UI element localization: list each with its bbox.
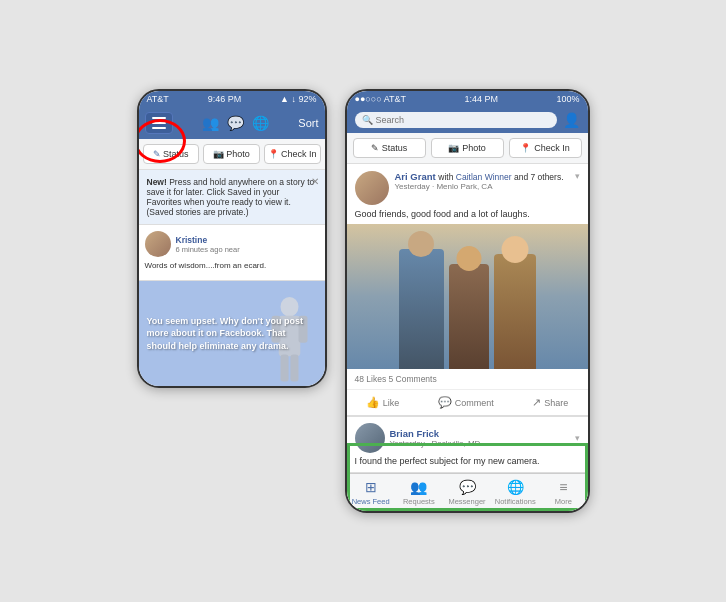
poster-meta-1: 6 minutes ago near — [176, 245, 240, 254]
left-phone: AT&T 9:46 PM ▲ ↓ 92% 👥 💬 🌐 Sort — [137, 89, 327, 388]
tab-news-feed-label: News Feed — [352, 497, 390, 506]
photo-button-right[interactable]: 📷 Photo — [431, 138, 504, 158]
tab-bar: ⊞ News Feed 👥 Requests 💬 Messenger 🌐 Not… — [347, 473, 588, 511]
hamburger-line — [152, 122, 166, 124]
like-button[interactable]: 👍 Like — [358, 394, 408, 411]
nav-bar-left: 👥 💬 🌐 Sort — [139, 107, 325, 139]
action-bar-right: ✎ Status 📷 Photo 📍 Check In — [347, 133, 588, 164]
checkin-icon: 📍 — [268, 149, 279, 159]
photo-label: Photo — [226, 149, 250, 159]
avatar-brian — [355, 423, 385, 453]
battery-label: ▲ ↓ 92% — [280, 94, 316, 104]
carrier-label: AT&T — [147, 94, 169, 104]
like-icon: 👍 — [366, 396, 380, 409]
post2-info: Brian Frick Yesterday · Rockville, MD — [390, 428, 481, 448]
messages-icon[interactable]: 💬 — [227, 115, 244, 131]
status-icon: ✎ — [153, 149, 161, 159]
post-card-right-2: Brian Frick Yesterday · Rockville, MD ▾ … — [347, 417, 588, 473]
meme-image: You seem upset. Why don't you post more … — [139, 281, 325, 386]
person-1 — [399, 249, 444, 369]
person-2 — [449, 264, 489, 369]
checkin-label: Check In — [281, 149, 317, 159]
tab-requests[interactable]: 👥 Requests — [395, 479, 443, 506]
tagged-person[interactable]: Caitlan Winner — [456, 172, 512, 182]
notif-close-button[interactable]: ✕ — [311, 176, 319, 187]
post-actions-row: 👍 Like 💬 Comment ↗ Share — [347, 390, 588, 416]
friend-request-icon[interactable]: 👤 — [563, 112, 580, 128]
search-icon: 🔍 — [362, 115, 373, 125]
menu-button[interactable] — [145, 112, 173, 134]
status-icon-right: ✎ — [371, 143, 379, 153]
status-label-right: Status — [382, 143, 408, 153]
hamburger-icon — [152, 117, 166, 129]
post-card-1: Kristine 6 minutes ago near Words of wis… — [139, 225, 325, 281]
poster-name-right-1[interactable]: Ari Grant with Caitlan Winner and 7 othe… — [395, 171, 569, 182]
notification-card: New! Press and hold anywhere on a story … — [139, 170, 325, 225]
photo-label-right: Photo — [462, 143, 486, 153]
status-button[interactable]: ✎ Status — [143, 144, 200, 164]
status-button-right[interactable]: ✎ Status — [353, 138, 426, 158]
more-icon: ≡ — [559, 479, 567, 495]
time-label: 9:46 PM — [208, 94, 242, 104]
tab-messenger[interactable]: 💬 Messenger — [443, 479, 491, 506]
right-phone: ●●○○○ AT&T 1:44 PM 100% 🔍 👤 ✎ Status 📷 P… — [345, 89, 590, 513]
hamburger-line — [152, 127, 166, 129]
post-card-right-1: Ari Grant with Caitlan Winner and 7 othe… — [347, 164, 588, 417]
comment-icon: 💬 — [438, 396, 452, 409]
status-bar-left: AT&T 9:46 PM ▲ ↓ 92% — [139, 91, 325, 107]
meme-text: You seem upset. Why don't you post more … — [147, 315, 317, 353]
person-head-3 — [501, 236, 528, 263]
photo-icon-right: 📷 — [448, 143, 459, 153]
chevron-down-icon-2[interactable]: ▾ — [575, 433, 580, 443]
poster-name-1[interactable]: Kristine — [176, 235, 240, 245]
photo-icon: 📷 — [213, 149, 224, 159]
avatar-img — [145, 231, 171, 257]
share-button[interactable]: ↗ Share — [524, 394, 576, 411]
nav-icons: 👥 💬 🌐 — [177, 115, 295, 131]
post-stats: 48 Likes 5 Comments — [347, 369, 588, 390]
requests-icon: 👥 — [410, 479, 427, 495]
globe-icon[interactable]: 🌐 — [252, 115, 269, 131]
tab-notifications[interactable]: 🌐 Notifications — [491, 479, 539, 506]
photo-button[interactable]: 📷 Photo — [203, 144, 260, 164]
messenger-icon: 💬 — [459, 479, 476, 495]
post-text-right-1: Good friends, good food and a lot of lau… — [347, 209, 588, 224]
post-right-header: Ari Grant with Caitlan Winner and 7 othe… — [347, 164, 588, 209]
chevron-down-icon[interactable]: ▾ — [575, 171, 580, 181]
tab-more[interactable]: ≡ More — [539, 479, 587, 506]
battery-label-right: 100% — [556, 94, 579, 104]
search-bar[interactable]: 🔍 — [355, 112, 557, 128]
person-head-2 — [456, 246, 481, 271]
checkin-icon-right: 📍 — [520, 143, 531, 153]
news-feed-icon: ⊞ — [365, 479, 377, 495]
hamburger-line — [152, 117, 166, 119]
tab-more-label: More — [555, 497, 572, 506]
svg-rect-4 — [280, 355, 288, 382]
poster-meta-right-2: Yesterday · Rockville, MD — [390, 439, 481, 448]
search-input[interactable] — [376, 115, 550, 125]
tab-notifications-label: Notifications — [495, 497, 536, 506]
sort-button[interactable]: Sort — [298, 117, 318, 129]
photo-people — [347, 224, 588, 369]
poster-with-span: with Caitlan Winner and 7 others. — [438, 172, 563, 182]
poster-name-right-2[interactable]: Brian Frick — [390, 428, 481, 439]
checkin-button-right[interactable]: 📍 Check In — [509, 138, 582, 158]
comment-label: Comment — [455, 398, 494, 408]
post-info-1: Kristine 6 minutes ago near — [176, 235, 240, 254]
avatar-kristine — [145, 231, 171, 257]
notif-text: Press and hold anywhere on a story to sa… — [147, 177, 315, 217]
post-text-right-2: I found the perfect subject for my new c… — [355, 456, 580, 466]
checkin-label-right: Check In — [534, 143, 570, 153]
nav-bar-right: 🔍 👤 — [347, 107, 588, 133]
tab-requests-label: Requests — [403, 497, 435, 506]
status-bar-right: ●●○○○ AT&T 1:44 PM 100% — [347, 91, 588, 107]
share-icon: ↗ — [532, 396, 541, 409]
friends-icon[interactable]: 👥 — [202, 115, 219, 131]
carrier-label-right: ●●○○○ AT&T — [355, 94, 407, 104]
person-3 — [494, 254, 536, 369]
post-text-1: Words of wisdom....from an ecard. — [145, 261, 319, 270]
tab-messenger-label: Messenger — [448, 497, 485, 506]
comment-button[interactable]: 💬 Comment — [430, 394, 502, 411]
tab-news-feed[interactable]: ⊞ News Feed — [347, 479, 395, 506]
checkin-button[interactable]: 📍 Check In — [264, 144, 321, 164]
